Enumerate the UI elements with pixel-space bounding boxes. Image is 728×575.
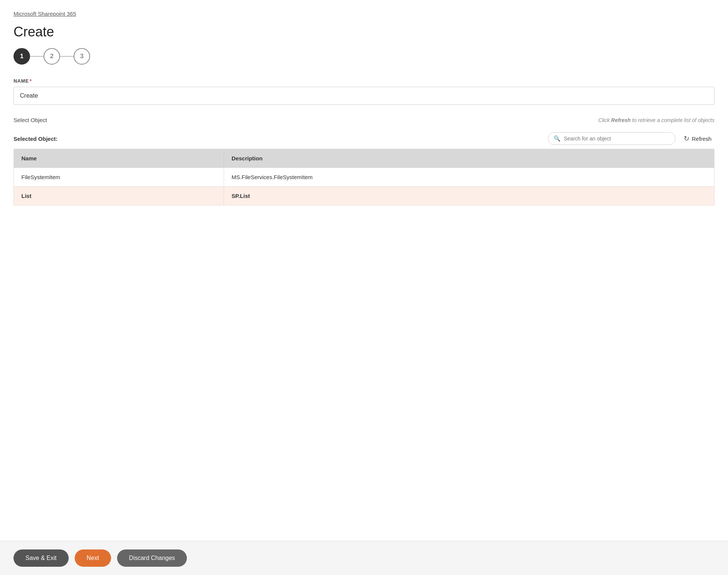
required-star: * [30, 78, 32, 84]
objects-table: Name Description FileSystemItemMS.FileSe… [14, 149, 714, 205]
search-icon: 🔍 [554, 135, 561, 142]
column-header-name: Name [14, 149, 224, 168]
page-title: Create [14, 24, 714, 40]
breadcrumb[interactable]: Microsoft Sharepoint 365 [14, 11, 76, 17]
step-2: 2 [44, 48, 60, 65]
step-1: 1 [14, 48, 30, 65]
step-3: 3 [74, 48, 90, 65]
name-label: NAME* [14, 78, 714, 84]
name-input[interactable] [14, 87, 714, 105]
column-header-description: Description [224, 149, 714, 168]
select-object-section: Select Object Click Refresh to retrieve … [14, 117, 714, 205]
object-controls: Selected Object: 🔍 ↻ Refresh [14, 128, 714, 149]
next-button[interactable]: Next [75, 549, 111, 567]
table-row[interactable]: ListSP.List [14, 187, 714, 205]
save-exit-button[interactable]: Save & Exit [14, 549, 69, 567]
footer: Save & Exit Next Discard Changes [0, 541, 728, 575]
cell-description: SP.List [224, 187, 714, 205]
search-refresh-group: 🔍 ↻ Refresh [548, 132, 714, 145]
search-input[interactable] [564, 136, 670, 142]
table-header-row: Name Description [14, 149, 714, 168]
cell-name: List [14, 187, 224, 205]
refresh-hint: Click Refresh to retrieve a complete lis… [598, 117, 714, 123]
refresh-icon: ↻ [684, 134, 689, 143]
cell-description: MS.FileServices.FileSystemItem [224, 168, 714, 187]
selected-object-label: Selected Object: [14, 136, 58, 142]
step-connector-2 [60, 56, 74, 57]
select-object-label: Select Object [14, 117, 47, 123]
table-row[interactable]: FileSystemItemMS.FileServices.FileSystem… [14, 168, 714, 187]
select-object-header: Select Object Click Refresh to retrieve … [14, 117, 714, 123]
name-field-group: NAME* [14, 78, 714, 117]
search-box: 🔍 [548, 132, 675, 145]
refresh-hint-bold: Refresh [611, 117, 631, 123]
stepper: 1 2 3 [14, 48, 714, 65]
step-connector-1 [30, 56, 44, 57]
cell-name: FileSystemItem [14, 168, 224, 187]
discard-button[interactable]: Discard Changes [117, 549, 187, 567]
refresh-button[interactable]: ↻ Refresh [681, 133, 714, 144]
